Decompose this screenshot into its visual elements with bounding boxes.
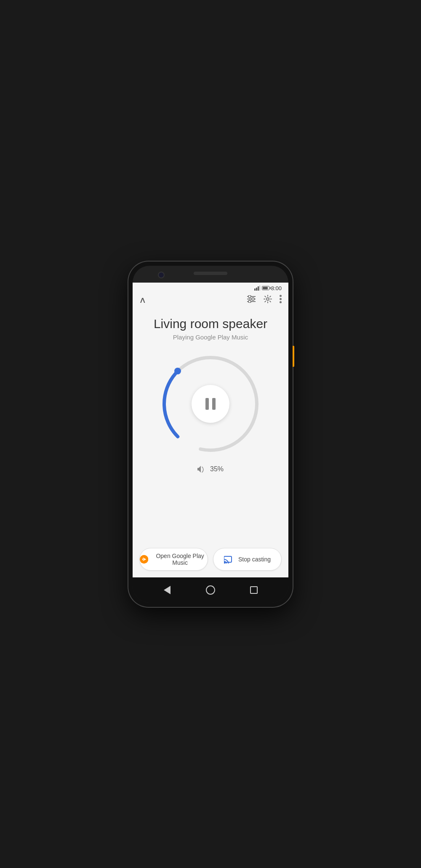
- screen: 8:00 ∧: [133, 283, 288, 577]
- volume-dot: [174, 368, 181, 374]
- gpm-icon: [140, 554, 148, 564]
- svg-marker-0: [254, 288, 256, 291]
- nav-back-button[interactable]: [158, 581, 176, 599]
- signal-icon: [254, 286, 260, 291]
- volume-icon: [197, 465, 207, 473]
- phone-frame: 8:00 ∧: [128, 262, 293, 607]
- battery-fill: [263, 287, 268, 289]
- status-bar: 8:00: [133, 283, 288, 293]
- stop-casting-label: Stop casting: [238, 556, 271, 563]
- svg-point-5: [248, 295, 251, 298]
- pause-bar-right: [212, 398, 216, 410]
- svg-rect-21: [224, 562, 226, 564]
- settings-icon: [264, 295, 272, 303]
- back-area[interactable]: ∧: [139, 295, 146, 305]
- svg-point-9: [248, 300, 251, 303]
- bottom-buttons: Open Google Play Music Stop casting: [133, 541, 288, 577]
- pause-icon: [205, 398, 216, 410]
- more-options-button[interactable]: [280, 295, 282, 304]
- status-time: 8:00: [271, 285, 282, 291]
- volume-label: 35%: [197, 465, 224, 473]
- settings-button[interactable]: [264, 295, 272, 304]
- phone-inner: 8:00 ∧: [133, 266, 288, 603]
- device-subtitle: Playing Google Play Music: [173, 334, 248, 341]
- svg-point-10: [266, 298, 269, 300]
- status-icons: 8:00: [254, 285, 282, 291]
- svg-marker-2: [258, 286, 259, 291]
- svg-marker-3: [259, 286, 260, 291]
- toolbar-actions: [247, 295, 282, 304]
- volume-percent: 35%: [210, 465, 224, 473]
- nav-back-icon: [164, 586, 171, 594]
- toolbar: ∧: [133, 293, 288, 308]
- nav-recent-button[interactable]: [245, 581, 263, 599]
- svg-point-12: [280, 298, 282, 300]
- device-title: Living room speaker: [154, 317, 267, 331]
- stop-casting-button[interactable]: Stop casting: [213, 548, 282, 571]
- front-camera: [158, 272, 165, 278]
- svg-marker-1: [256, 288, 257, 291]
- main-content: Living room speaker Playing Google Play …: [133, 308, 288, 541]
- cast-icon: [224, 555, 234, 564]
- nav-bar: [133, 577, 288, 603]
- chevron-up-icon[interactable]: ∧: [139, 295, 147, 305]
- open-gpm-label: Open Google Play Music: [152, 553, 208, 566]
- svg-point-11: [280, 295, 282, 297]
- equalizer-button[interactable]: [247, 295, 256, 304]
- more-options-icon: [280, 295, 282, 303]
- equalizer-icon: [247, 295, 256, 303]
- volume-rocker: [293, 346, 294, 367]
- nav-home-icon: [206, 585, 215, 595]
- svg-point-19: [142, 558, 144, 560]
- nav-recent-icon: [250, 586, 258, 594]
- svg-point-13: [280, 301, 282, 303]
- pause-button[interactable]: [192, 385, 229, 423]
- battery-icon: [262, 286, 269, 290]
- speaker-grille: [194, 272, 227, 275]
- nav-home-button[interactable]: [201, 581, 220, 599]
- svg-point-7: [252, 298, 254, 300]
- volume-ring-container[interactable]: [156, 349, 265, 459]
- open-gpm-button[interactable]: Open Google Play Music: [139, 548, 208, 571]
- pause-bar-left: [205, 398, 209, 410]
